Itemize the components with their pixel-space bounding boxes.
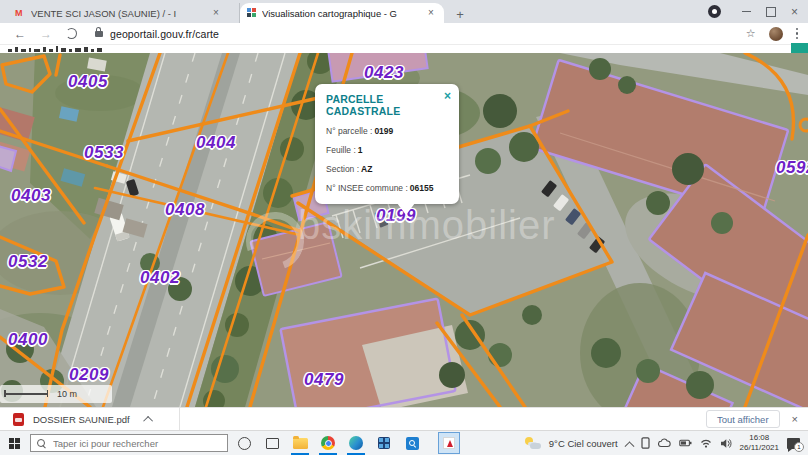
phone-icon[interactable] (641, 437, 650, 449)
taskbar-search[interactable] (30, 434, 228, 452)
system-tray: 9°C Ciel couvert 16:08 26/11/2021 1 (525, 433, 808, 454)
acrobat-button[interactable] (438, 432, 460, 454)
back-icon[interactable]: ← (14, 27, 26, 41)
geoportail-favicon-icon (247, 8, 257, 18)
reload-icon[interactable] (66, 28, 77, 39)
map-tool-button[interactable] (791, 43, 808, 53)
search-input[interactable] (51, 437, 221, 450)
store-app-button[interactable] (372, 431, 396, 455)
cadastral-map[interactable]: 0405 0423 0533 0404 0403 0408 0199 0592 … (0, 53, 808, 407)
tab-visualisation-cartographique[interactable]: Visualisation cartographique - G (240, 3, 444, 23)
search-icon (37, 439, 45, 447)
forward-icon[interactable]: → (40, 27, 52, 41)
popup-title: PARCELLE CADASTRALE (326, 93, 448, 117)
cortana-icon (238, 437, 251, 450)
onedrive-cloud-icon[interactable] (658, 438, 671, 448)
chrome-button[interactable] (316, 431, 340, 455)
downloaded-file-name[interactable]: DOSSIER SAUNIE.pdf (33, 414, 130, 425)
extension-icon[interactable] (708, 5, 721, 18)
popup-row-value: 0199 (374, 126, 393, 136)
parcel-label: 0402 (140, 268, 180, 288)
page-header-strip (0, 45, 808, 53)
popup-row: Section :AZ (326, 164, 448, 174)
windows-taskbar: 9°C Ciel couvert 16:08 26/11/2021 1 (0, 430, 808, 455)
cortana-button[interactable] (232, 431, 256, 455)
popup-row: N° parcelle :0199 (326, 126, 448, 136)
start-button[interactable] (9, 438, 20, 449)
parcel-label: 0405 (68, 72, 108, 92)
store-app-icon (378, 437, 391, 450)
popup-row-label: N° INSEE commune : (326, 183, 408, 193)
notification-badge: 1 (794, 442, 804, 452)
scale-label: 10 m (57, 389, 77, 399)
edge-icon (349, 436, 363, 450)
map-scale-bar: 10 m (0, 385, 112, 403)
browser-menu-icon[interactable] (796, 28, 799, 40)
speaker-icon[interactable] (720, 438, 732, 449)
maximize-icon[interactable] (766, 7, 776, 17)
popup-row: N° INSEE commune :06155 (326, 183, 448, 193)
tab-close-icon[interactable] (425, 7, 437, 19)
lock-icon (95, 31, 103, 37)
popup-pointer (397, 203, 415, 215)
tab-vente-sci-jason[interactable]: VENTE SCI JASON (SAUNIE) / - I (8, 3, 240, 23)
window-controls (708, 0, 808, 23)
weather-icon (525, 437, 541, 449)
tab-title: VENTE SCI JASON (SAUNIE) / - I (31, 8, 206, 19)
network-icon[interactable] (700, 438, 712, 448)
url-text[interactable]: geoportail.gouv.fr/carte (110, 28, 219, 40)
minimize-icon[interactable] (742, 11, 751, 13)
show-all-downloads-button[interactable]: Tout afficher (706, 410, 780, 428)
action-center-icon[interactable]: 1 (787, 438, 800, 449)
parcel-label: 0592 (776, 158, 808, 178)
tab-close-icon[interactable] (210, 7, 222, 19)
browser-tab-strip: VENTE SCI JASON (SAUNIE) / - I Visualisa… (0, 0, 808, 23)
download-bar: DOSSIER SAUNIE.pdf Tout afficher (0, 407, 808, 430)
browser-address-bar: ← → geoportail.gouv.fr/carte (0, 23, 808, 45)
watermark-text: bskimmobilier (298, 203, 556, 248)
folder-icon (293, 438, 308, 449)
parcel-info-popup: PARCELLE CADASTRALE × N° parcelle :0199 … (315, 84, 459, 204)
pdf-file-icon (13, 413, 24, 426)
close-window-icon[interactable] (791, 7, 798, 17)
chrome-icon (321, 436, 335, 450)
tray-expand-chevron-icon[interactable] (624, 441, 634, 451)
popup-row-label: Feuille : (326, 145, 356, 155)
task-view-icon (266, 438, 279, 449)
divider (179, 408, 180, 430)
search-app-button[interactable] (400, 431, 424, 455)
popup-row-label: N° parcelle : (326, 126, 372, 136)
bookmark-star-icon[interactable] (746, 27, 756, 40)
taskbar-clock[interactable]: 16:08 26/11/2021 (740, 433, 779, 454)
gmail-favicon-icon (15, 8, 26, 18)
parcel-label: 0423 (364, 63, 404, 83)
task-view-button[interactable] (260, 431, 284, 455)
new-tab-button[interactable] (452, 7, 468, 23)
popup-row-value: 1 (358, 145, 363, 155)
parcel-label: 0404 (196, 133, 236, 153)
edge-button[interactable] (344, 431, 368, 455)
popup-row-label: Section : (326, 164, 359, 174)
parcel-label: 0532 (8, 252, 48, 272)
acrobat-icon (443, 437, 455, 449)
clock-date: 26/11/2021 (740, 443, 779, 453)
file-explorer-button[interactable] (288, 431, 312, 455)
download-options-caret-icon[interactable] (143, 415, 153, 425)
parcel-label: 0403 (11, 186, 51, 206)
popup-close-icon[interactable]: × (444, 90, 451, 102)
tab-title: Visualisation cartographique - G (262, 8, 421, 19)
scale-line (4, 393, 48, 395)
profile-avatar[interactable] (769, 27, 783, 41)
magnifier-app-icon (406, 437, 419, 450)
popup-row: Feuille :1 (326, 145, 448, 155)
download-bar-close-icon[interactable] (792, 413, 798, 425)
parcel-label: 0408 (165, 200, 205, 220)
parcel-label: 0209 (69, 365, 109, 385)
battery-icon[interactable] (679, 438, 692, 448)
popup-row-value: AZ (361, 164, 372, 174)
weather-text[interactable]: 9°C Ciel couvert (549, 438, 618, 449)
parcel-label: 0533 (84, 143, 124, 163)
clipped-page-text (8, 46, 102, 52)
clock-time: 16:08 (740, 433, 779, 443)
desktop-screen: VENTE SCI JASON (SAUNIE) / - I Visualisa… (0, 0, 808, 455)
